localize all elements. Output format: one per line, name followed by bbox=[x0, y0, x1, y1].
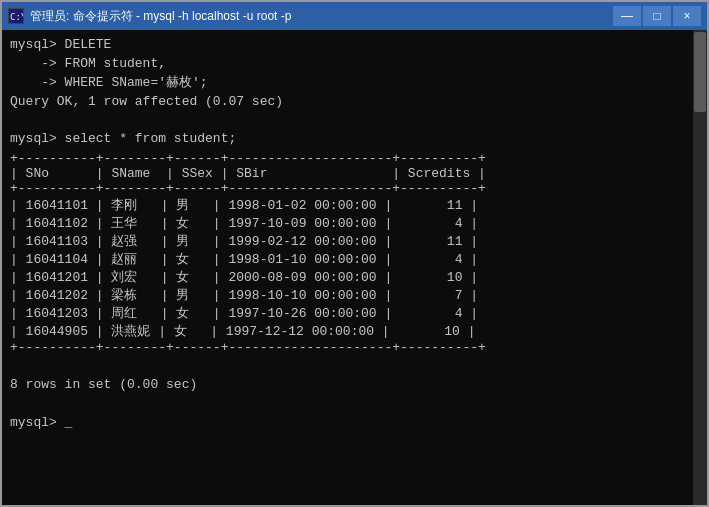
rows-result: 8 rows in set (0.00 sec) bbox=[10, 376, 699, 395]
table-border-bot: +----------+--------+------+------------… bbox=[10, 340, 699, 355]
table-header-row: | SNo | SName | SSex | SBir | Scredits | bbox=[10, 166, 699, 181]
window: C:\ 管理员: 命令提示符 - mysql -h localhost -u r… bbox=[0, 0, 709, 507]
table-row-2: | 16041102 | 王华 | 女 | 1997-10-09 00:00:0… bbox=[10, 214, 699, 232]
terminal-content: mysql> DELETE -> FROM student, -> WHERE … bbox=[10, 36, 699, 499]
title-bar: C:\ 管理员: 命令提示符 - mysql -h localhost -u r… bbox=[2, 2, 707, 30]
table-row-3: | 16041103 | 赵强 | 男 | 1999-02-12 00:00:0… bbox=[10, 232, 699, 250]
scrollbar-thumb[interactable] bbox=[694, 32, 706, 112]
blank-line-1 bbox=[10, 111, 699, 130]
scrollbar[interactable] bbox=[693, 30, 707, 505]
next-prompt: mysql> _ bbox=[10, 414, 699, 433]
query-result: Query OK, 1 row affected (0.07 sec) bbox=[10, 93, 699, 112]
result-table: +----------+--------+------+------------… bbox=[10, 151, 699, 355]
table-row-8: | 16044905 | 洪燕妮 | 女 | 1997-12-12 00:00:… bbox=[10, 322, 699, 340]
terminal[interactable]: mysql> DELETE -> FROM student, -> WHERE … bbox=[2, 30, 707, 505]
table-row-6: | 16041202 | 梁栋 | 男 | 1998-10-10 00:00:0… bbox=[10, 286, 699, 304]
window-title: 管理员: 命令提示符 - mysql -h localhost -u root … bbox=[30, 8, 291, 25]
cmd-line-1: mysql> DELETE bbox=[10, 36, 699, 55]
table-row-7: | 16041203 | 周红 | 女 | 1997-10-26 00:00:0… bbox=[10, 304, 699, 322]
table-border-top: +----------+--------+------+------------… bbox=[10, 151, 699, 166]
title-controls: — □ × bbox=[613, 6, 701, 26]
svg-text:C:\: C:\ bbox=[10, 12, 23, 22]
cmd-line-3: -> WHERE SName='赫枚'; bbox=[10, 74, 699, 93]
select-cmd: mysql> select * from student; bbox=[10, 130, 699, 149]
blank-line-3 bbox=[10, 395, 699, 414]
title-bar-left: C:\ 管理员: 命令提示符 - mysql -h localhost -u r… bbox=[8, 8, 291, 25]
maximize-button[interactable]: □ bbox=[643, 6, 671, 26]
table-row-1: | 16041101 | 李刚 | 男 | 1998-01-02 00:00:0… bbox=[10, 196, 699, 214]
blank-line-2 bbox=[10, 357, 699, 376]
cmd-line-2: -> FROM student, bbox=[10, 55, 699, 74]
close-button[interactable]: × bbox=[673, 6, 701, 26]
table-border-mid: +----------+--------+------+------------… bbox=[10, 181, 699, 196]
table-row-5: | 16041201 | 刘宏 | 女 | 2000-08-09 00:00:0… bbox=[10, 268, 699, 286]
cmd-icon: C:\ bbox=[8, 8, 24, 24]
minimize-button[interactable]: — bbox=[613, 6, 641, 26]
table-row-4: | 16041104 | 赵丽 | 女 | 1998-01-10 00:00:0… bbox=[10, 250, 699, 268]
